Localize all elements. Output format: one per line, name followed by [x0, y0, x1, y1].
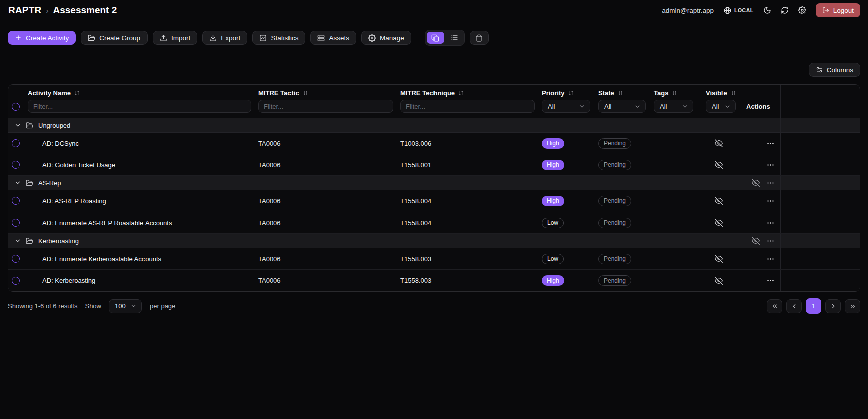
row-gutter	[780, 248, 860, 269]
statistics-button[interactable]: Statistics	[252, 31, 305, 45]
row-checkbox-cell	[8, 277, 23, 285]
prev-page-button[interactable]	[786, 299, 802, 313]
activity-row[interactable]: AD: Enumerate Kerberoastable AccountsTA0…	[8, 248, 860, 270]
column-label: Visible	[706, 89, 727, 97]
last-page-button[interactable]	[845, 299, 860, 313]
columns-button[interactable]: Columns	[809, 63, 860, 77]
sort-activity-name[interactable]: Activity Name	[28, 89, 251, 97]
ellipsis-icon[interactable]	[766, 237, 775, 245]
priority-badge: Low	[542, 254, 564, 264]
chevron-down-icon[interactable]	[14, 122, 21, 129]
row-checkbox[interactable]	[12, 139, 20, 147]
mitre-tactic-filter-input[interactable]	[258, 100, 393, 113]
priority-filter-select[interactable]: All	[542, 100, 590, 113]
activity-name-filter-input[interactable]	[28, 100, 251, 113]
sort-visible[interactable]: Visible	[706, 89, 736, 97]
eye-off-icon[interactable]	[715, 139, 723, 147]
ellipsis-icon[interactable]	[766, 161, 775, 169]
activity-row[interactable]: AD: Enumerate AS-REP Roastable AccountsT…	[8, 212, 860, 234]
sort-mitre-tactic[interactable]: MITRE Tactic	[258, 89, 393, 97]
sliders-icon	[816, 66, 823, 73]
row-checkbox[interactable]	[12, 277, 20, 285]
sort-icon	[458, 90, 464, 96]
ellipsis-icon[interactable]	[766, 276, 775, 285]
ellipsis-icon[interactable]	[766, 197, 775, 205]
sort-state[interactable]: State	[598, 89, 646, 97]
manage-button[interactable]: Manage	[361, 31, 411, 45]
select-value: All	[660, 103, 667, 110]
chevron-down-icon[interactable]	[14, 237, 21, 244]
eye-off-icon[interactable]	[715, 255, 723, 263]
list-view-button[interactable]	[446, 32, 463, 44]
settings-button[interactable]	[798, 6, 806, 14]
columns-label: Columns	[827, 66, 853, 74]
page-number-button[interactable]: 1	[806, 298, 821, 314]
column-label: State	[598, 89, 614, 97]
sort-icon	[672, 90, 677, 96]
create-group-button[interactable]: Create Group	[81, 31, 148, 45]
next-page-button[interactable]	[825, 299, 841, 313]
export-button[interactable]: Export	[202, 31, 247, 45]
eye-off-icon[interactable]	[715, 197, 723, 205]
priority-badge: High	[542, 196, 564, 206]
brand-logo[interactable]: RAPTR	[8, 5, 41, 16]
first-page-button[interactable]	[767, 299, 782, 313]
mitre-technique-filter-input[interactable]	[400, 100, 535, 113]
sort-priority[interactable]: Priority	[542, 89, 590, 97]
logout-button[interactable]: Logout	[816, 3, 860, 17]
group-row[interactable]: Ungrouped	[8, 118, 860, 133]
ellipsis-icon[interactable]	[766, 139, 775, 148]
refresh-button[interactable]	[781, 6, 789, 14]
group-actions	[752, 179, 780, 187]
delete-button[interactable]	[470, 31, 489, 45]
select-value: All	[548, 103, 555, 110]
page-size-value: 100	[115, 302, 126, 310]
activity-row[interactable]: AD: AS-REP RoastingTA0006T1558.004HighPe…	[8, 190, 860, 212]
chevron-down-icon	[724, 103, 731, 110]
page-size-select[interactable]: 100	[109, 299, 142, 313]
state-cell: Pending	[591, 275, 647, 286]
sort-tags[interactable]: Tags	[654, 89, 693, 97]
row-checkbox[interactable]	[12, 197, 20, 205]
globe-icon	[724, 7, 731, 14]
tags-filter-select[interactable]: All	[654, 100, 693, 113]
activity-name: AD: AS-REP Roasting	[23, 197, 251, 205]
ellipsis-icon[interactable]	[766, 179, 775, 187]
visible-cell	[699, 161, 739, 169]
activity-row[interactable]: AD: Golden Ticket UsageTA0006T1558.001Hi…	[8, 154, 860, 176]
state-badge: Pending	[598, 218, 631, 228]
create-activity-button[interactable]: Create Activity	[8, 31, 76, 45]
eye-off-icon[interactable]	[715, 219, 723, 227]
pagination-summary-area: Showing 1-6 of 6 results Show 100 per pa…	[8, 299, 175, 313]
activity-row[interactable]: AD: DCSyncTA0006T1003.006HighPending	[8, 133, 860, 154]
ellipsis-icon[interactable]	[766, 255, 775, 263]
row-checkbox[interactable]	[12, 255, 20, 263]
folder-icon	[26, 237, 33, 245]
grouped-view-button[interactable]	[427, 32, 444, 44]
visible-filter-select[interactable]: All	[706, 100, 736, 113]
chevron-down-icon[interactable]	[14, 179, 21, 186]
activity-row[interactable]: AD: KerberoastingTA0006T1558.003HighPend…	[8, 270, 860, 291]
theme-toggle-button[interactable]	[763, 6, 771, 14]
table-header-row: Activity Name MITRE Tactic MITRE Techniq…	[8, 85, 860, 118]
row-checkbox[interactable]	[12, 161, 20, 169]
row-checkbox[interactable]	[12, 219, 20, 227]
group-row[interactable]: Kerberoasting	[8, 234, 860, 248]
sort-mitre-technique[interactable]: MITRE Technique	[400, 89, 535, 97]
th-state: State All	[591, 85, 647, 118]
group-row[interactable]: AS-Rep	[8, 176, 860, 190]
environment-label: LOCAL	[734, 7, 754, 13]
eye-off-icon[interactable]	[715, 277, 723, 285]
state-badge: Pending	[598, 138, 631, 149]
eye-off-icon[interactable]	[752, 179, 760, 187]
select-all-checkbox[interactable]	[12, 103, 20, 111]
import-button[interactable]: Import	[153, 31, 197, 45]
eye-off-icon[interactable]	[715, 161, 723, 169]
topbar: RAPTR › Assessment 2 admin@raptr.app LOC…	[0, 0, 868, 20]
th-visible: Visible All	[699, 85, 739, 118]
state-filter-select[interactable]: All	[598, 100, 646, 113]
eye-off-icon[interactable]	[752, 237, 760, 245]
assets-button[interactable]: Assets	[310, 31, 356, 45]
ellipsis-icon[interactable]	[766, 219, 775, 227]
activity-name: AD: DCSync	[23, 140, 251, 147]
